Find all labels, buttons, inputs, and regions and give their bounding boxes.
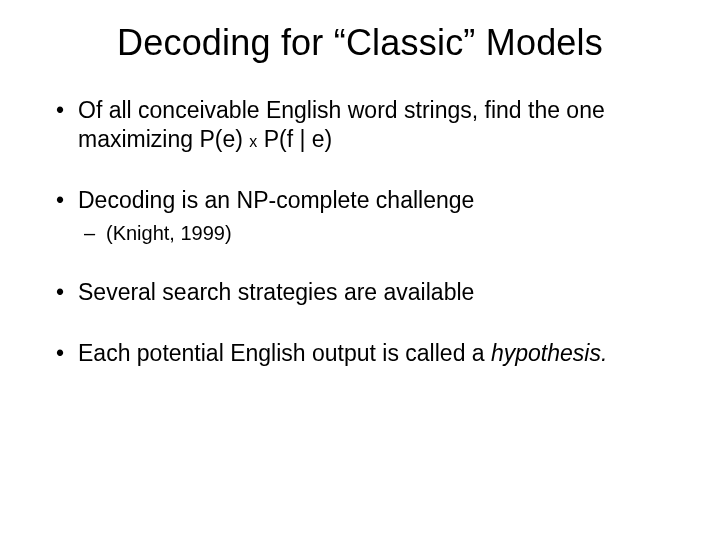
bullet-item-4: Each potential English output is called … — [50, 339, 670, 368]
bullet-3-text: Several search strategies are available — [78, 279, 474, 305]
sub-item-1: (Knight, 1999) — [78, 220, 670, 246]
bullet-2-text: Decoding is an NP-complete challenge — [78, 187, 474, 213]
bullet-list: Of all conceivable English word strings,… — [50, 96, 670, 368]
bullet-4-hypothesis: hypothesis. — [491, 340, 607, 366]
bullet-1-text-b: P(f | e) — [257, 126, 332, 152]
sub-1-text: (Knight, 1999) — [106, 222, 232, 244]
sub-list: (Knight, 1999) — [78, 220, 670, 246]
bullet-item-2: Decoding is an NP-complete challenge (Kn… — [50, 186, 670, 247]
slide: Decoding for “Classic” Models Of all con… — [0, 0, 720, 540]
bullet-4-text-a: Each potential English output is called … — [78, 340, 491, 366]
bullet-1-text-a: Of all conceivable English word strings,… — [78, 97, 605, 152]
bullet-item-1: Of all conceivable English word strings,… — [50, 96, 670, 154]
bullet-item-3: Several search strategies are available — [50, 278, 670, 307]
slide-title: Decoding for “Classic” Models — [50, 22, 670, 64]
